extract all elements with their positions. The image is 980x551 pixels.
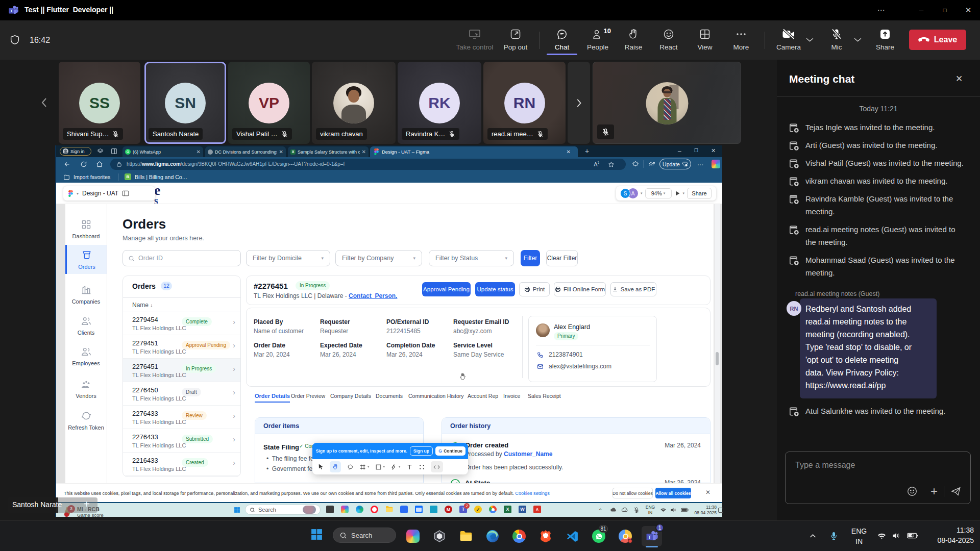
svg-text:T: T [648,534,651,539]
svg-text:T: T [10,9,13,13]
